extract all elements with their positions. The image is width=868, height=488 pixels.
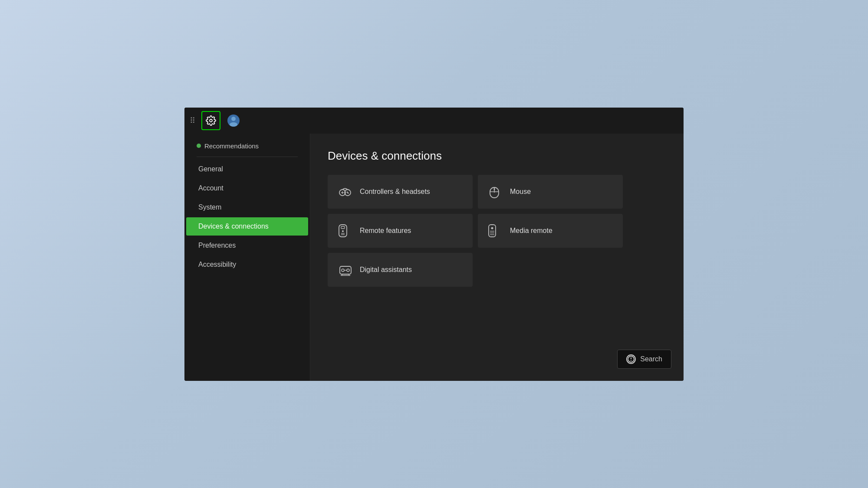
- svg-point-24: [342, 269, 344, 272]
- sidebar-item-accessibility[interactable]: Accessibility: [186, 255, 308, 274]
- sidebar-divider: [197, 157, 298, 157]
- devices-grid: Controllers & headsets Mouse: [328, 175, 623, 287]
- controllers-headsets-label: Controllers & headsets: [360, 188, 430, 196]
- digital-assistants-label: Digital assistants: [360, 266, 412, 274]
- svg-point-19: [491, 227, 493, 229]
- media-remote-label: Media remote: [510, 227, 552, 235]
- settings-icon-button[interactable]: [201, 111, 220, 130]
- grid-item-media-remote[interactable]: Media remote: [478, 214, 623, 248]
- remote-features-label: Remote features: [360, 227, 411, 235]
- settings-window: ⠿ Recommendations General: [184, 108, 684, 381]
- top-bar: ⠿: [184, 108, 684, 134]
- content-area: Devices & connections: [310, 134, 684, 381]
- gear-icon: [206, 115, 216, 126]
- recommendations-label: Recommendations: [204, 142, 259, 150]
- svg-point-15: [342, 230, 344, 232]
- sidebar-item-devices-connections[interactable]: Devices & connections: [186, 217, 308, 236]
- main-area: Recommendations General Account System D…: [184, 134, 684, 381]
- avatar-icon: [227, 114, 240, 127]
- svg-point-8: [348, 192, 349, 193]
- sidebar-item-general[interactable]: General: [186, 160, 308, 178]
- mouse-icon: [488, 185, 502, 199]
- svg-point-29: [631, 360, 631, 361]
- svg-point-2: [230, 122, 237, 127]
- remote-features-icon: [338, 224, 352, 238]
- green-dot-icon: [197, 144, 201, 148]
- grid-item-controllers-headsets[interactable]: Controllers & headsets: [328, 175, 473, 209]
- sidebar-item-preferences[interactable]: Preferences: [186, 236, 308, 255]
- search-button-label: Search: [640, 355, 662, 363]
- media-remote-icon: [488, 224, 502, 238]
- controllers-headsets-icon: [338, 185, 352, 199]
- search-button-icon: [626, 354, 636, 364]
- mouse-label: Mouse: [510, 188, 531, 196]
- dots-icon: ⠿: [190, 116, 196, 125]
- grid-item-digital-assistants[interactable]: Digital assistants: [328, 253, 473, 287]
- svg-point-25: [347, 269, 349, 272]
- svg-rect-18: [489, 225, 496, 237]
- avatar-button[interactable]: [224, 111, 243, 130]
- svg-point-1: [231, 117, 236, 121]
- page-title: Devices & connections: [328, 149, 666, 163]
- sidebar-item-account[interactable]: Account: [186, 179, 308, 197]
- grid-item-remote-features[interactable]: Remote features: [328, 214, 473, 248]
- svg-rect-14: [341, 226, 345, 229]
- digital-assistants-icon: [338, 263, 352, 277]
- search-button[interactable]: Search: [617, 350, 671, 369]
- sidebar-item-system[interactable]: System: [186, 198, 308, 216]
- grid-item-mouse[interactable]: Mouse: [478, 175, 623, 209]
- sidebar: Recommendations General Account System D…: [184, 134, 310, 381]
- sidebar-item-recommendations[interactable]: Recommendations: [184, 138, 310, 154]
